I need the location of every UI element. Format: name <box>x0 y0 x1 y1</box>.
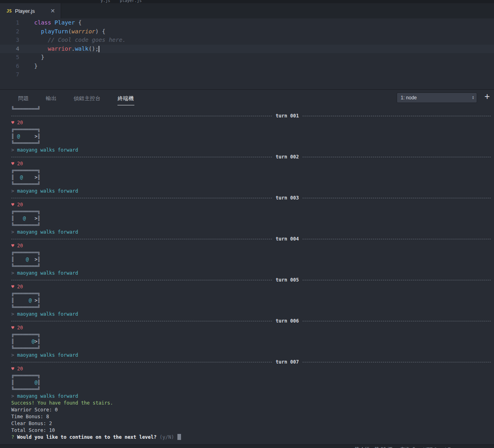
status-encoding[interactable]: UTF-8 <box>423 447 437 448</box>
code-text <box>19 70 34 79</box>
prompt-chevron: > <box>11 147 17 153</box>
separator-dashes <box>303 280 491 280</box>
line-number[interactable]: 2 <box>0 27 19 36</box>
separator-dashes <box>11 157 272 157</box>
line-number[interactable]: 4 <box>0 45 19 53</box>
warrior-char: @ <box>29 298 31 303</box>
separator-dashes <box>11 116 272 116</box>
terminal-content: ╚════════╝turn 001♥ 20╔════════╗║ @ >║╚═… <box>11 106 491 434</box>
turn-separator: turn 001 <box>11 113 491 119</box>
warrior-char: @ <box>17 134 20 139</box>
turn-separator: turn 002 <box>11 154 491 160</box>
action-line: > maoyang walks forward <box>11 270 491 277</box>
board-top-border: ╔════════╗ <box>11 290 491 297</box>
action-line: > maoyang walks forward <box>11 311 491 318</box>
status-circle-icon[interactable]: ◎ <box>327 447 331 448</box>
board-row: ║ @>║ <box>11 338 491 345</box>
new-terminal-button[interactable]: + <box>481 91 493 102</box>
board-row: ║ @ >║ <box>11 297 491 304</box>
action-line: > maoyang walks forward <box>11 352 491 359</box>
board-bottom-border: ╚════════╝ <box>11 140 491 147</box>
prompt-chevron: > <box>11 188 17 194</box>
prompt-hint: (y/N) <box>159 434 174 440</box>
line-number[interactable]: 1 <box>0 18 19 27</box>
code-line[interactable]: 6} <box>0 62 494 71</box>
health-line: ♥ 20 <box>11 242 491 249</box>
prompt-chevron: > <box>11 352 17 358</box>
action-text: maoyang walks forward <box>17 352 78 358</box>
editor-lines: 1class Player {2 playTurn(warrior) {3 //… <box>0 18 494 79</box>
success-line: Success! You have found the stairs. <box>11 400 491 407</box>
code-line[interactable]: 4 warrior.walk(); <box>0 45 494 53</box>
terminal-panel[interactable]: ╚════════╝turn 001♥ 20╔════════╗║ @ >║╚═… <box>0 105 494 444</box>
editor-caret <box>99 46 99 52</box>
line-number[interactable]: 3 <box>0 36 19 45</box>
board-top-border: ╔════════╗ <box>11 167 491 174</box>
score-line: Time Bonus: 8 <box>11 413 491 420</box>
health-points: 20 <box>14 366 23 372</box>
score-line: Clear Bonus: 2 <box>11 420 491 427</box>
score-line: Total Score: 10 <box>11 427 491 434</box>
board-top-border: ╔════════╗ <box>11 249 491 256</box>
board-bottom-border: ╚════════╝ <box>11 181 491 188</box>
score-line: Warrior Score: 0 <box>11 407 491 413</box>
board-wall: ║ <box>37 216 40 221</box>
clipped-text-fragment: player.js <box>120 0 142 3</box>
code-line[interactable]: 7 <box>0 70 494 79</box>
status-indentation[interactable]: 空格: 2 <box>400 446 415 448</box>
board-bottom-border: ╚════════╝ <box>11 263 491 270</box>
clipped-text-fragment: y.js <box>101 0 110 3</box>
tab-debug-console[interactable]: 偵錯主控台 <box>73 90 101 105</box>
health-points: 20 <box>14 120 23 125</box>
separator-dashes <box>303 157 491 157</box>
turn-label: turn 003 <box>272 195 303 201</box>
code-line[interactable]: 5 } <box>0 53 494 62</box>
separator-dashes <box>303 239 491 239</box>
board-wall: ║ <box>37 339 40 344</box>
turn-separator: turn 004 <box>11 236 491 242</box>
line-number[interactable]: 6 <box>0 62 19 71</box>
turn-label: turn 001 <box>272 113 303 119</box>
code-line[interactable]: 3 // Cool code goes here. <box>0 36 494 45</box>
health-line: ♥ 20 <box>11 201 491 208</box>
code-editor[interactable]: 1class Player {2 playTurn(warrior) {3 //… <box>0 18 494 89</box>
turn-label: turn 002 <box>272 154 303 160</box>
status-line-col[interactable]: 第 4 行，第 20 欄 <box>354 446 392 448</box>
board-row: ║ @ >║ <box>11 133 491 140</box>
terminal-selector-value: 1: node <box>401 95 417 101</box>
tab-output[interactable]: 輸出 <box>45 90 57 105</box>
tab-player-js[interactable]: JS Player.js ✕ <box>0 3 61 18</box>
code-text: // Cool code goes here. <box>19 36 126 45</box>
code-line[interactable]: 2 playTurn(warrior) { <box>0 27 494 36</box>
action-line: > maoyang walks forward <box>11 393 491 400</box>
close-tab-icon[interactable]: ✕ <box>49 7 57 15</box>
action-line: > maoyang walks forward <box>11 188 491 195</box>
tab-problems[interactable]: 問題 <box>18 90 29 105</box>
tab-terminal[interactable]: 終端機 <box>117 90 135 105</box>
board-row: ║ @ >║ <box>11 174 491 181</box>
status-eol[interactable]: LF <box>445 447 451 448</box>
prompt-question: Would you like to continue on to the nex… <box>17 434 156 440</box>
prompt-chevron: > <box>11 270 17 276</box>
line-number[interactable]: 7 <box>0 70 19 79</box>
board-row: ║ @║ <box>11 379 491 386</box>
action-text: maoyang walks forward <box>17 229 78 235</box>
code-text: } <box>19 62 37 71</box>
terminal-selector-dropdown[interactable]: 1: node ▲▼ <box>397 92 477 103</box>
panel-header: 問題 輸出 偵錯主控台 終端機 1: node ▲▼ + <box>0 89 494 105</box>
separator-dashes <box>11 362 272 362</box>
board-bottom-border: ╚════════╝ <box>11 222 491 229</box>
health-line: ♥ 20 <box>11 119 491 126</box>
board-row: ║ @ >║ <box>11 215 491 222</box>
action-line: > maoyang walks forward <box>11 147 491 154</box>
separator-dashes <box>11 280 272 280</box>
separator-dashes <box>303 362 491 362</box>
board-row: ║ @ >║ <box>11 256 491 263</box>
health-line: ♥ 20 <box>11 366 491 372</box>
editor-tab-bar: JS Player.js ✕ <box>0 3 494 18</box>
separator-dashes <box>303 116 491 116</box>
prompt-chevron: > <box>11 311 17 317</box>
line-number[interactable]: 5 <box>0 53 19 62</box>
code-line[interactable]: 1class Player { <box>0 18 494 27</box>
action-text: maoyang walks forward <box>17 147 78 153</box>
